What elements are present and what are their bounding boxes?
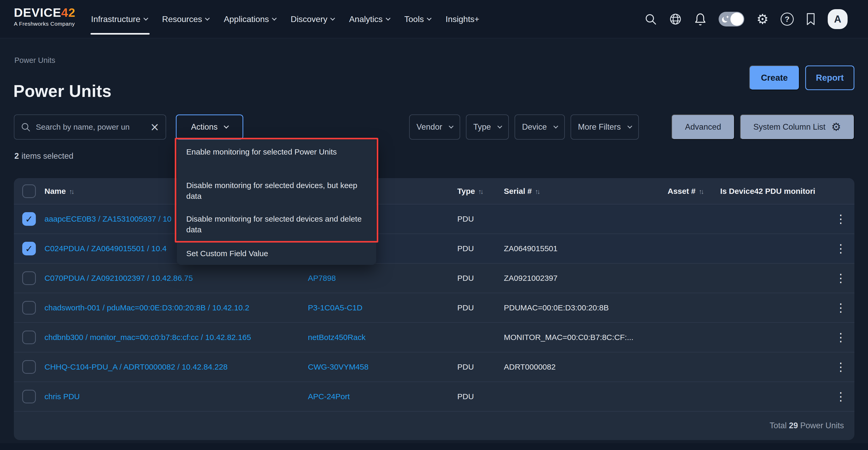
table-row: chris PDUAPC-24PortPDU⋮ — [14, 382, 855, 412]
chevron-down-icon — [143, 16, 148, 21]
globe-icon[interactable] — [669, 12, 682, 26]
device42-logo[interactable]: DEVICE42 A Freshworks Company — [14, 6, 75, 27]
power-unit-name-link[interactable]: chris PDU — [44, 392, 80, 401]
filter-device[interactable]: Device — [515, 114, 565, 140]
clear-search-icon[interactable]: × — [150, 121, 159, 133]
row-kebab-menu-icon[interactable]: ⋮ — [835, 362, 846, 372]
menu-item-set-custom-field-value[interactable]: Set Custom Field Value — [186, 248, 368, 259]
filter-label: More Filters — [578, 122, 621, 132]
sort-icon: ↑↓ — [535, 188, 539, 195]
power-unit-name-link[interactable]: C024PDUA / ZA0649015501 / 10.4 — [44, 244, 167, 253]
nav-item-label: Tools — [404, 15, 424, 24]
column-header-type[interactable]: Type↑↓ — [457, 187, 483, 196]
power-unit-name-link[interactable]: C070PDUA / ZA0921002397 / 10.42.86.75 — [44, 274, 193, 283]
row-checkbox[interactable] — [22, 271, 36, 285]
logo-brand: DEVICE — [14, 5, 61, 19]
row-kebab-menu-icon[interactable]: ⋮ — [835, 303, 846, 313]
type-value: PDU — [457, 363, 474, 371]
sort-icon: ↑↓ — [699, 188, 703, 195]
power-unit-name-link[interactable]: CHHQ-C104-PDU_A / ADRT0000082 / 10.42.84… — [44, 363, 227, 371]
table-row: C070PDUA / ZA0921002397 / 10.42.86.75AP7… — [14, 263, 855, 293]
actions-label: Actions — [191, 122, 218, 132]
report-button[interactable]: Report — [805, 65, 855, 90]
bookmark-icon[interactable] — [806, 12, 816, 26]
chevron-down-icon — [224, 123, 229, 129]
actions-dropdown-button[interactable]: Actions — [176, 114, 243, 140]
nav-item-insights-[interactable]: Insights+ — [445, 0, 479, 38]
row-kebab-menu-icon[interactable]: ⋮ — [835, 391, 846, 402]
menu-item-disable-monitoring-delete-data[interactable]: Disable monitoring for selected devices … — [186, 214, 368, 235]
chevron-down-icon — [272, 16, 277, 21]
filter-label: Device — [522, 122, 547, 132]
nav-item-label: Insights+ — [445, 15, 479, 24]
chevron-down-icon — [449, 124, 454, 128]
type-value: PDU — [457, 244, 474, 253]
top-nav: DEVICE42 A Freshworks Company Infrastruc… — [0, 0, 868, 38]
search-box: × — [14, 114, 166, 140]
power-unit-name-link[interactable]: chdbnb300 / monitor_mac=00:c0:b7:8c:cf:c… — [44, 333, 251, 342]
row-checkbox-checked[interactable] — [22, 212, 36, 226]
help-icon[interactable]: ? — [781, 12, 794, 26]
table-row: CHHQ-C104-PDU_A / ADRT0000082 / 10.42.84… — [14, 352, 855, 382]
search-icon[interactable] — [644, 13, 657, 25]
avatar[interactable]: A — [828, 9, 847, 29]
row-kebab-menu-icon[interactable]: ⋮ — [835, 243, 846, 254]
row-checkbox[interactable] — [22, 360, 36, 374]
chevron-down-icon — [205, 16, 210, 21]
selection-text: items selected — [22, 151, 73, 161]
hardware-model-link[interactable]: AP7898 — [308, 274, 336, 283]
hardware-model-link[interactable]: CWG-30VYM458 — [308, 363, 369, 371]
system-column-list-label: System Column List — [753, 122, 826, 132]
type-value: PDU — [457, 274, 474, 283]
hardware-model-link[interactable]: APC-24Port — [308, 392, 350, 401]
column-header-serial[interactable]: Serial #↑↓ — [504, 187, 539, 196]
table-row: chadsworth-001 / pduMac=00:0E:D3:00:20:8… — [14, 293, 855, 323]
row-checkbox[interactable] — [22, 331, 36, 344]
table-row: aaapcECE0B3 / ZA1531005937 / 10PDU⋮ — [14, 204, 855, 234]
column-header-asset[interactable]: Asset #↑↓ — [668, 187, 703, 196]
theme-toggle[interactable] — [719, 12, 744, 26]
nav-item-infrastructure[interactable]: Infrastructure — [91, 0, 148, 38]
filter-type[interactable]: Type — [466, 114, 509, 140]
power-units-page: DEVICE42 A Freshworks Company Infrastruc… — [0, 0, 868, 450]
row-checkbox-checked[interactable] — [22, 242, 36, 255]
nav-item-label: Discovery — [291, 15, 327, 24]
power-unit-name-link[interactable]: aaapcECE0B3 / ZA1531005937 / 10 — [44, 215, 172, 223]
row-kebab-menu-icon[interactable]: ⋮ — [835, 332, 846, 343]
create-button[interactable]: Create — [749, 65, 800, 90]
nav-item-applications[interactable]: Applications — [224, 0, 276, 38]
column-header-name[interactable]: Name↑↓ — [44, 187, 73, 196]
nav-item-tools[interactable]: Tools — [404, 0, 431, 38]
row-checkbox[interactable] — [22, 390, 36, 403]
hardware-model-link[interactable]: P3-1C0A5-C1D — [308, 303, 362, 312]
nav-item-resources[interactable]: Resources — [162, 0, 209, 38]
hardware-model-link[interactable]: netBotz450Rack — [308, 333, 366, 342]
serial-value: ZA0649015501 — [504, 244, 557, 253]
search-input-icon — [21, 122, 31, 132]
chevron-down-icon — [554, 124, 558, 128]
gear-icon[interactable]: ⚙ — [756, 12, 769, 26]
filter-group: VendorTypeDeviceMore Filters — [409, 114, 639, 140]
serial-value: ZA0921002397 — [504, 274, 557, 283]
system-column-list-button[interactable]: System Column List ⚙ — [740, 114, 855, 140]
total-count: Total 29 Power Units — [770, 421, 844, 430]
filter-vendor[interactable]: Vendor — [409, 114, 460, 140]
bell-icon[interactable] — [694, 12, 707, 26]
chevron-down-icon — [627, 124, 632, 128]
select-all-checkbox[interactable] — [22, 185, 36, 198]
serial-value: PDUMAC=00:0E:D3:00:20:8B — [504, 303, 609, 312]
search-input[interactable] — [35, 122, 146, 132]
filter-label: Type — [473, 122, 491, 132]
nav-item-analytics[interactable]: Analytics — [349, 0, 390, 38]
filter-more-filters[interactable]: More Filters — [570, 114, 639, 140]
advanced-button[interactable]: Advanced — [672, 114, 735, 140]
menu-item-disable-monitoring-keep-data[interactable]: Disable monitoring for selected devices,… — [186, 180, 368, 202]
nav-item-discovery[interactable]: Discovery — [291, 0, 334, 38]
row-kebab-menu-icon[interactable]: ⋮ — [835, 214, 846, 224]
row-checkbox[interactable] — [22, 301, 36, 315]
row-kebab-menu-icon[interactable]: ⋮ — [835, 273, 846, 283]
type-value: PDU — [457, 215, 474, 223]
power-units-table: Name↑↓ Hardware Model↑↓ Type↑↓ Serial #↑… — [14, 178, 855, 440]
power-unit-name-link[interactable]: chadsworth-001 / pduMac=00:0E:D3:00:20:8… — [44, 303, 249, 312]
menu-item-enable-monitoring[interactable]: Enable monitoring for selected Power Uni… — [186, 146, 368, 157]
